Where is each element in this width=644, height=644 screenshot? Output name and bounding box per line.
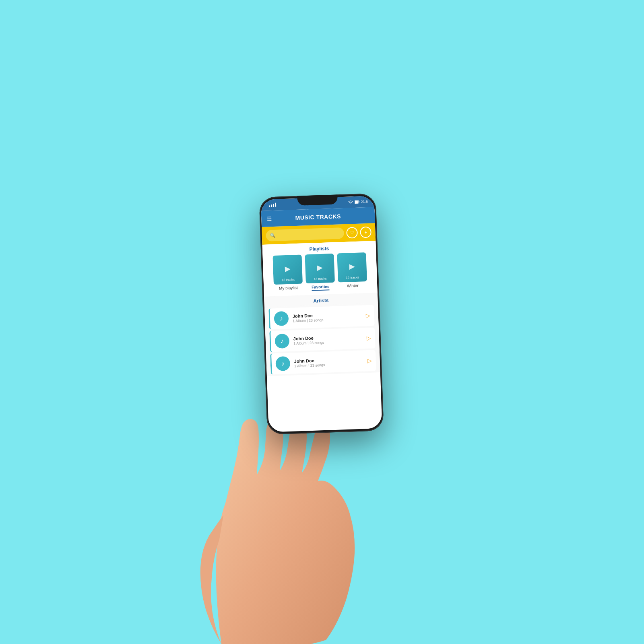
artist-play-icon-2[interactable]: ▷ <box>367 357 372 364</box>
phone-notch <box>297 194 338 205</box>
artist-avatar-2: ♪ <box>275 356 290 371</box>
playlist-thumb-1: ▶ 12 tracks <box>305 254 334 283</box>
artist-item-0[interactable]: ♪ John Doe 1 Album | 23 songs ▷ <box>268 305 375 329</box>
music-note-icon-2: ♪ <box>281 360 285 367</box>
play-icon-2: ▶ <box>349 262 355 271</box>
playlist-label-2: Winter <box>347 283 359 288</box>
add-button[interactable]: + <box>360 227 372 238</box>
artist-play-icon-1[interactable]: ▷ <box>366 335 371 341</box>
phone-shell: 21:5 ☰ MUSIC TRACKS 🔍 ♡ <box>259 193 384 435</box>
artist-info-2: John Doe 1 Album | 23 songs <box>294 356 363 368</box>
artist-item-1[interactable]: ♪ John Doe 1 Album | 23 songs ▷ <box>269 327 376 352</box>
playlist-item-1[interactable]: ▶ 12 tracks Favorites <box>305 254 335 291</box>
signal-bar-1 <box>269 205 270 207</box>
wifi-icon <box>348 200 353 204</box>
search-icon: 🔍 <box>270 233 276 238</box>
artist-avatar-0: ♪ <box>274 311 289 326</box>
favorites-button[interactable]: ♡ <box>346 227 358 239</box>
battery-icon <box>355 200 359 204</box>
svg-rect-1 <box>359 201 359 202</box>
plus-icon: + <box>364 230 367 235</box>
phone-screen: 21:5 ☰ MUSIC TRACKS 🔍 ♡ <box>261 196 382 432</box>
artist-item-2[interactable]: ♪ John Doe 1 Album | 23 songs ▷ <box>270 350 376 374</box>
scene: 21:5 ☰ MUSIC TRACKS 🔍 ♡ <box>0 0 644 644</box>
artist-avatar-1: ♪ <box>275 334 289 349</box>
heart-icon: ♡ <box>350 230 354 235</box>
signal-bar-4 <box>275 203 276 207</box>
playlist-item-0[interactable]: ▶ 12 tracks My playlist <box>272 255 303 292</box>
track-count-0: 12 tracks <box>281 278 295 282</box>
play-icon-0: ▶ <box>285 264 291 273</box>
title-normal: MUSIC <box>295 214 316 221</box>
status-icons: 21:5 <box>348 200 368 204</box>
play-icon-1: ▶ <box>317 263 323 272</box>
search-input-container[interactable]: 🔍 <box>266 227 344 242</box>
menu-icon[interactable]: ☰ <box>267 215 272 222</box>
playlist-label-0: My playlist <box>279 285 298 291</box>
content-area: Playlists ▶ 12 tracks My playlist ▶ <box>262 241 380 376</box>
artist-play-icon-0[interactable]: ▷ <box>366 312 371 319</box>
playlist-thumb-0: ▶ 12 tracks <box>272 255 302 285</box>
signal-bar-2 <box>271 204 272 207</box>
phone-wrapper: 21:5 ☰ MUSIC TRACKS 🔍 ♡ <box>260 225 384 435</box>
app-title: MUSIC TRACKS <box>295 213 341 221</box>
artist-list: ♪ John Doe 1 Album | 23 songs ▷ ♪ <box>264 305 380 375</box>
artist-info-1: John Doe 1 Album | 23 songs <box>293 334 363 345</box>
playlists-row: ▶ 12 tracks My playlist ▶ 12 tracks Favo… <box>262 252 377 297</box>
signal-bars <box>269 203 276 207</box>
music-note-icon-1: ♪ <box>281 337 284 345</box>
playlist-label-1: Favorites <box>312 284 330 291</box>
track-count-1: 12 tracks <box>314 277 327 281</box>
time-display: 21:5 <box>361 200 368 204</box>
track-count-2: 12 tracks <box>346 276 359 280</box>
svg-rect-2 <box>355 201 358 203</box>
playlist-item-2[interactable]: ▶ 12 tracks Winter <box>337 252 367 290</box>
music-note-icon-0: ♪ <box>280 315 283 322</box>
playlist-thumb-2: ▶ 12 tracks <box>337 252 367 282</box>
signal-bar-3 <box>273 204 274 207</box>
title-bold: TRACKS <box>316 213 341 220</box>
artist-info-0: John Doe 1 Album | 23 songs <box>293 311 362 323</box>
